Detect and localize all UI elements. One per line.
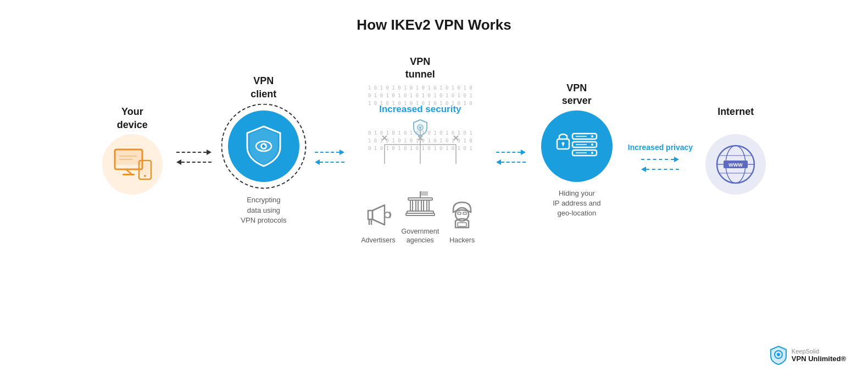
- advertiser-label: Advertisers: [361, 236, 396, 245]
- svg-text:WWW: WWW: [728, 162, 743, 168]
- svg-rect-1: [115, 150, 142, 165]
- arrow-left-4: [641, 167, 679, 172]
- svg-rect-33: [416, 200, 418, 211]
- server-lock-icon: [555, 127, 599, 165]
- device-label: Yourdevice: [117, 106, 148, 134]
- threats-row: Advertisers: [360, 189, 480, 245]
- arrow-right-3: [496, 150, 526, 155]
- threat-hackers: Hackers: [444, 197, 480, 245]
- page-title: How IKEv2 VPN Works: [357, 16, 511, 34]
- arrow-left-3: [496, 159, 526, 165]
- svg-point-50: [591, 152, 593, 154]
- svg-rect-32: [410, 200, 413, 211]
- globe-www-icon: WWW: [714, 142, 758, 186]
- svg-rect-35: [427, 200, 429, 211]
- diagram-flow: Yourdevice: [22, 56, 846, 245]
- threat-lines-svg: [349, 128, 492, 183]
- svg-point-6: [144, 175, 146, 177]
- device-circle: [102, 134, 163, 195]
- tunnel-section: VPNtunnel 1 0 1 0 1 0 1 0 1 0 1 0 1 0 1 …: [349, 56, 492, 245]
- svg-rect-30: [420, 191, 428, 196]
- megaphone-icon: [364, 201, 392, 229]
- keepsolid-brand: KeepSolid: [792, 348, 819, 355]
- hacker-icon-box: [444, 197, 480, 233]
- government-icon: [404, 190, 437, 222]
- svg-rect-37: [406, 213, 435, 215]
- svg-rect-41: [458, 223, 466, 226]
- server-label: VPNserver: [562, 82, 592, 110]
- internet-section: Internet WWW: [697, 106, 774, 195]
- client-label: VPNclient: [251, 75, 276, 103]
- tunnel-visual: 1 0 1 0 1 0 1 0 1 0 1 0 1 0 1 0 1 0 0 1 …: [349, 84, 492, 156]
- privacy-text: Increased privacy: [628, 142, 693, 152]
- government-label: Governmentagencies: [401, 227, 439, 245]
- server-sublabel: Hiding yourIP address andgeo-location: [553, 189, 600, 219]
- svg-rect-39: [458, 212, 461, 214]
- device-section: Yourdevice: [94, 106, 171, 195]
- svg-point-26: [385, 212, 390, 218]
- device-icon: [110, 145, 154, 184]
- client-sublabel: Encryptingdata usingVPN protocols: [241, 195, 286, 225]
- arrow-left-2: [315, 159, 344, 165]
- hacker-label: Hackers: [449, 236, 475, 245]
- keepsolid-shield-icon: [770, 345, 787, 365]
- main-container: How IKEv2 VPN Works Yourdevice: [0, 0, 868, 376]
- keepsolid-product: VPN Unlimited®: [792, 355, 846, 363]
- svg-rect-3: [123, 174, 135, 175]
- threat-advertisers: Advertisers: [360, 197, 396, 245]
- security-text: Increased security: [379, 103, 461, 115]
- tunnel-label: VPNtunnel: [405, 56, 435, 84]
- internet-circle: WWW: [705, 134, 766, 195]
- svg-rect-40: [463, 212, 466, 214]
- client-tunnel-connector: [310, 150, 349, 165]
- arrow-right-2: [315, 150, 344, 155]
- shield-eye-icon: [244, 124, 283, 168]
- arrow-right-1: [176, 150, 212, 155]
- hacker-icon: [448, 199, 476, 231]
- arrow-left-1: [176, 159, 212, 165]
- client-section: VPNclient E: [217, 75, 310, 225]
- server-circle: [541, 110, 613, 182]
- device-client-connector: [171, 150, 217, 165]
- client-circle: [228, 110, 299, 182]
- arrow-right-4: [641, 157, 679, 162]
- internet-label: Internet: [717, 106, 754, 134]
- svg-point-12: [264, 145, 265, 146]
- tunnel-server-connector: [492, 150, 530, 165]
- svg-rect-34: [421, 200, 424, 211]
- svg-point-46: [591, 135, 593, 137]
- threat-government: Governmentagencies: [401, 189, 439, 245]
- svg-rect-5: [141, 162, 149, 174]
- keepsolid-text-group: KeepSolid VPN Unlimited®: [792, 348, 846, 363]
- advertiser-icon-box: [360, 197, 396, 233]
- government-icon-box: [403, 189, 438, 224]
- keepsolid-badge: KeepSolid VPN Unlimited®: [770, 345, 846, 365]
- client-icon-wrapper: [221, 103, 306, 189]
- svg-point-48: [591, 143, 593, 146]
- svg-point-62: [777, 353, 780, 356]
- server-section: VPNserver: [530, 82, 624, 219]
- server-internet-connector: Increased privacy: [624, 142, 697, 172]
